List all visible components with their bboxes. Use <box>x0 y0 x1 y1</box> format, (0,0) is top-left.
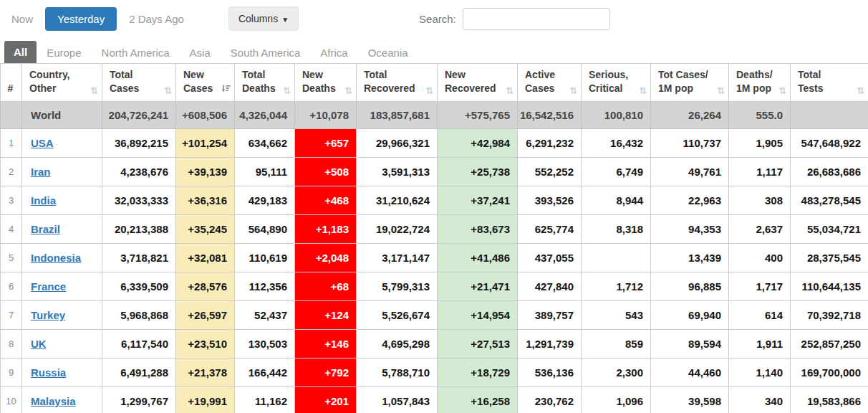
cell-total_recovered: 5,799,313 <box>357 272 438 301</box>
country-link[interactable]: Brazil <box>31 223 60 235</box>
col-header-country[interactable]: Country,Other⇅ <box>22 64 102 102</box>
cell-serious_critical: 1,096 <box>582 387 651 413</box>
cell-serious_critical: 8,944 <box>582 186 651 215</box>
yesterday-button[interactable]: Yesterday <box>45 7 117 31</box>
tab-oceania[interactable]: Oceania <box>358 42 418 63</box>
cell-country: India <box>22 186 102 215</box>
country-link[interactable]: UK <box>31 338 47 350</box>
table-row: 7Turkey5,968,868+26,59752,437+1245,526,6… <box>1 301 868 330</box>
cell-total_deaths: 4,326,044 <box>235 102 295 129</box>
col-header-total_deaths[interactable]: TotalDeaths⇅ <box>235 64 295 102</box>
tab-all[interactable]: All <box>4 41 37 63</box>
cell-total_tests: 28,375,545 <box>791 244 868 272</box>
cell-total_recovered: 3,171,147 <box>357 244 438 272</box>
cell-active_cases: 1,291,739 <box>518 330 582 359</box>
cell-active_cases: 389,757 <box>518 301 582 330</box>
cell-rank: 3 <box>1 186 22 215</box>
cell-rank: 5 <box>1 244 22 272</box>
cell-tot_cases_1m: 44,460 <box>651 359 729 387</box>
columns-dropdown-label: Columns <box>238 13 278 24</box>
cell-new_deaths: +468 <box>295 186 357 215</box>
cell-new_cases: +21,378 <box>176 359 235 387</box>
top-toolbar: Now Yesterday 2 Days Ago Columns▼ Search… <box>0 0 868 40</box>
cell-deaths_1m: 308 <box>729 186 791 215</box>
cell-rank: 4 <box>1 215 22 244</box>
col-header-total_tests[interactable]: TotalTests⇅ <box>791 64 868 102</box>
cell-serious_critical: 100,810 <box>582 102 651 129</box>
tab-asia[interactable]: Asia <box>180 42 221 63</box>
country-link[interactable]: Iran <box>31 166 51 178</box>
col-header-serious_critical[interactable]: Serious,Critical⇅ <box>582 64 651 102</box>
country-link[interactable]: India <box>31 194 56 206</box>
sort-toggle-icon: ⇅ <box>857 86 864 95</box>
cell-total_tests <box>791 102 868 129</box>
col-header-new_cases[interactable]: NewCases <box>176 64 235 102</box>
cell-rank: 2 <box>1 158 22 186</box>
cell-total_cases: 3,718,821 <box>102 244 176 272</box>
col-header-tot_cases_1m[interactable]: Tot Cases/1M pop⇅ <box>651 64 729 102</box>
cell-deaths_1m: 1,911 <box>729 330 791 359</box>
cell-total_tests: 19,583,866 <box>791 387 868 413</box>
tab-south-america[interactable]: South America <box>221 42 311 63</box>
cell-serious_critical: 16,432 <box>582 129 651 158</box>
cell-total_tests: 169,700,000 <box>791 359 868 387</box>
cell-total_deaths: 166,442 <box>235 359 295 387</box>
cell-total_recovered: 5,788,710 <box>357 359 438 387</box>
sort-toggle-icon: ⇅ <box>569 86 577 95</box>
cell-tot_cases_1m: 22,963 <box>651 186 729 215</box>
columns-dropdown-button[interactable]: Columns▼ <box>228 6 299 31</box>
country-link[interactable]: Turkey <box>31 309 65 321</box>
cell-tot_cases_1m: 89,594 <box>651 330 729 359</box>
cell-serious_critical: 859 <box>582 330 651 359</box>
cell-new_recovered: +14,954 <box>438 301 518 330</box>
table-row: 5Indonesia3,718,821+32,081110,619+2,0483… <box>1 244 868 272</box>
covid-stats-table: #Country,Other⇅TotalCases⇅NewCasesTotalD… <box>0 63 868 413</box>
cell-new_deaths: +201 <box>295 387 357 413</box>
cell-total_cases: 1,299,767 <box>102 387 176 413</box>
cell-rank: 10 <box>1 387 22 413</box>
cell-new_deaths: +792 <box>295 359 357 387</box>
cell-new_cases: +101,254 <box>176 129 235 158</box>
cell-total_cases: 36,892,215 <box>102 129 176 158</box>
search-input[interactable] <box>463 8 610 30</box>
two-days-ago-button[interactable]: 2 Days Ago <box>129 13 184 25</box>
cell-new_deaths: +68 <box>295 272 357 301</box>
tab-africa[interactable]: Africa <box>310 42 357 63</box>
cell-country: UK <box>22 330 102 359</box>
country-link[interactable]: France <box>31 280 66 293</box>
cell-deaths_1m: 400 <box>729 244 791 272</box>
col-header-new_deaths[interactable]: NewDeaths⇅ <box>295 64 357 102</box>
col-header-total_recovered[interactable]: TotalRecovered⇅ <box>357 64 438 102</box>
cell-new_recovered: +42,984 <box>438 129 518 158</box>
cell-tot_cases_1m: 49,761 <box>651 158 729 186</box>
col-header-total_cases[interactable]: TotalCases⇅ <box>102 64 176 102</box>
cell-total_recovered: 183,857,681 <box>357 102 438 129</box>
col-header-deaths_1m[interactable]: Deaths/1M pop⇅ <box>729 64 791 102</box>
cell-total_deaths: 429,183 <box>235 186 295 215</box>
cell-deaths_1m: 1,905 <box>729 129 791 158</box>
tab-north-america[interactable]: North America <box>92 42 180 63</box>
cell-serious_critical: 6,749 <box>582 158 651 186</box>
country-link[interactable]: Indonesia <box>31 252 81 264</box>
cell-active_cases: 393,526 <box>518 186 582 215</box>
country-link[interactable]: Russia <box>31 366 66 379</box>
cell-deaths_1m: 614 <box>729 301 791 330</box>
sort-toggle-icon: ⇅ <box>639 86 647 95</box>
country-link[interactable]: Malaysia <box>31 395 76 407</box>
cell-new_cases: +39,139 <box>176 158 235 186</box>
table-row: 6France6,339,509+28,576112,356+685,799,3… <box>1 272 868 301</box>
col-header-active_cases[interactable]: ActiveCases⇅ <box>518 64 582 102</box>
country-link[interactable]: USA <box>31 137 54 149</box>
col-header-new_recovered[interactable]: NewRecovered⇅ <box>438 64 518 102</box>
cell-rank: 6 <box>1 272 22 301</box>
world-totals-row: World204,726,241+608,5064,326,044+10,078… <box>1 102 868 129</box>
cell-serious_critical: 543 <box>582 301 651 330</box>
tab-europe[interactable]: Europe <box>37 42 91 63</box>
cell-active_cases: 6,291,232 <box>518 129 582 158</box>
table-row: 8UK6,117,540+23,510130,503+1464,695,298+… <box>1 330 868 359</box>
now-button[interactable]: Now <box>11 13 33 25</box>
cell-total_deaths: 564,890 <box>235 215 295 244</box>
cell-new_cases: +32,081 <box>176 244 235 272</box>
cell-total_tests: 547,648,922 <box>791 129 868 158</box>
cell-country: Turkey <box>22 301 102 330</box>
